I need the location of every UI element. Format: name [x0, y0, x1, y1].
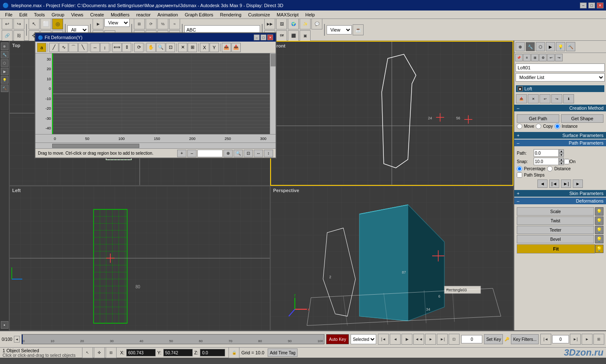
get-path-button[interactable]: Get Path: [517, 114, 559, 123]
snap-down-arrow[interactable]: ▼: [559, 161, 564, 165]
twist-button[interactable]: Twist: [517, 216, 594, 225]
twist-icon[interactable]: 💡: [595, 216, 603, 225]
rp-stack-btn4[interactable]: ↪: [551, 94, 562, 103]
fd-scrollbar-h[interactable]: [52, 143, 270, 148]
render-setup-button[interactable]: ▶▶: [264, 18, 275, 29]
sidebar-modify-icon[interactable]: 🔧: [1, 51, 8, 58]
skin-params-header[interactable]: + Skin Parameters: [514, 190, 606, 197]
menu-views[interactable]: Views: [68, 11, 87, 18]
surface-params-header[interactable]: + Surface Parameters: [514, 132, 606, 139]
sidebar-create-icon[interactable]: ⊕: [1, 42, 8, 50]
fd-scale-h[interactable]: ⟺: [112, 43, 122, 52]
render-btn3[interactable]: ▣: [300, 30, 311, 41]
rp-create-icon[interactable]: ⊕: [516, 42, 525, 51]
fd-graph[interactable]: [52, 53, 270, 134]
x-input[interactable]: [126, 349, 156, 356]
redo-button[interactable]: ↪: [13, 18, 24, 29]
deformations-header[interactable]: – Deformations: [514, 198, 606, 204]
rp-stack-btn1[interactable]: 📥: [516, 94, 527, 103]
frame-step-btn1[interactable]: |◄: [540, 334, 551, 345]
menu-help[interactable]: Help: [302, 11, 319, 18]
menu-modifiers[interactable]: Modifiers: [107, 11, 133, 18]
scale-button[interactable]: Scale: [517, 207, 594, 216]
sidebar-motion-icon[interactable]: ▶: [1, 68, 8, 75]
timeline-track[interactable]: 0102030405060708090100: [21, 334, 324, 344]
rp-stack-btn2[interactable]: ✕: [528, 94, 539, 103]
select-region-button[interactable]: ⬜: [40, 18, 51, 29]
teeter-button[interactable]: Teeter: [517, 226, 594, 234]
environment-button[interactable]: 🌍: [288, 18, 299, 29]
fd-move-h[interactable]: ↔: [90, 43, 100, 52]
fd-titlebar[interactable]: 🔵 Fit Deformation(Y) – □ ✕: [35, 33, 276, 42]
teeter-icon[interactable]: 💡: [595, 226, 603, 234]
loft-modifier-item[interactable]: ■ Loft: [516, 85, 604, 92]
menu-create[interactable]: Create: [87, 11, 107, 18]
scale-icon[interactable]: 💡: [595, 207, 603, 216]
play-button[interactable]: ▶: [401, 334, 412, 345]
rp-grid-icon[interactable]: ⊞: [531, 54, 539, 61]
path-up-arrow[interactable]: ▲: [559, 149, 564, 153]
path-end-button[interactable]: ►: [573, 179, 583, 188]
effects-button[interactable]: ✨: [300, 18, 311, 29]
fd-zoom-extent-btn[interactable]: ⊡: [166, 43, 175, 52]
auto-key-button[interactable]: Auto Key: [326, 334, 349, 344]
percent-snap-button[interactable]: %: [157, 18, 168, 29]
go-start-button[interactable]: |◄: [378, 334, 389, 345]
menu-edit[interactable]: Edit: [16, 11, 31, 18]
menu-group[interactable]: Group: [48, 11, 68, 18]
path-input[interactable]: [534, 149, 559, 157]
maximize-button[interactable]: □: [588, 3, 595, 8]
status-abs-icon[interactable]: ⊞: [106, 347, 117, 358]
set-key-button[interactable]: Set Key: [484, 334, 503, 344]
select-button[interactable]: ↖: [29, 18, 40, 29]
fd-close-button[interactable]: ✕: [267, 34, 273, 40]
rp-display-icon[interactable]: 💡: [556, 42, 565, 51]
status-select-icon[interactable]: ↖: [82, 347, 93, 358]
key-mode-button[interactable]: ⊡: [449, 334, 460, 345]
snap-up-arrow[interactable]: ▲: [559, 158, 564, 161]
fd-minimize-button[interactable]: –: [254, 34, 260, 40]
sidebar-anim-icon[interactable]: ■: [1, 321, 8, 329]
prev-frame-button[interactable]: ◄: [390, 334, 401, 345]
view-mode-dropdown[interactable]: View: [104, 18, 130, 27]
fd-scroll-h-btn[interactable]: ↔: [254, 150, 263, 157]
path-next-button[interactable]: ►|: [561, 179, 571, 188]
bevel-button[interactable]: Bevel: [517, 235, 594, 243]
fd-maximize-button[interactable]: □: [260, 34, 266, 40]
fd-pan-btn[interactable]: ✋: [146, 43, 156, 52]
fd-scroll-v-btn[interactable]: ↕: [264, 150, 273, 157]
rp-modify-icon[interactable]: 🔧: [526, 42, 535, 51]
y-input[interactable]: [163, 349, 193, 356]
viewport-left[interactable]: Left: [9, 186, 270, 331]
fd-plus-btn[interactable]: +: [177, 150, 186, 157]
fd-scale-v[interactable]: ⇕: [122, 43, 131, 52]
fit-icon[interactable]: 💡: [595, 245, 603, 253]
rp-undo-icon[interactable]: ↩: [547, 54, 555, 61]
rp-pin-icon[interactable]: 📌: [515, 54, 523, 61]
fd-send-btn[interactable]: 📤: [222, 43, 231, 52]
lock-icon[interactable]: 🔒: [229, 347, 239, 358]
fd-delete-btn[interactable]: ✕: [178, 43, 187, 52]
render-prod-button[interactable]: 🖼: [276, 18, 287, 29]
render-btn2[interactable]: ⬛: [288, 30, 299, 41]
sidebar-utilities-icon[interactable]: 🔨: [1, 84, 8, 92]
menu-graph-editors[interactable]: Graph Editors: [181, 11, 217, 18]
timeline-scroll-btn[interactable]: ◄: [14, 336, 20, 343]
fd-sym-y-btn[interactable]: Y: [210, 43, 219, 52]
z-input[interactable]: [200, 349, 225, 356]
fd-titlebar-right[interactable]: – □ ✕: [254, 34, 273, 40]
bevel-icon[interactable]: 💡: [595, 235, 603, 243]
frame-step-btn4[interactable]: ⊞: [593, 334, 604, 345]
fd-scroll-h-thumb[interactable]: [52, 144, 139, 148]
status-move-icon[interactable]: ✜: [94, 347, 105, 358]
select-link-button[interactable]: 🔗: [2, 30, 13, 41]
frame-step-btn2[interactable]: ►|: [570, 334, 581, 345]
rp-redo-icon[interactable]: ↪: [555, 54, 563, 61]
rp-stack-btn3[interactable]: ↩: [540, 94, 550, 103]
add-time-tag-button[interactable]: Add Time Tag: [268, 348, 298, 357]
key-mode-dropdown[interactable]: Selected: [351, 334, 376, 344]
fd-sym-x-btn[interactable]: X: [200, 43, 209, 52]
fd-scrollbar-v[interactable]: [270, 53, 276, 134]
angle-snap-button[interactable]: ⟳: [146, 18, 157, 29]
undo-button[interactable]: ↩: [2, 18, 13, 29]
